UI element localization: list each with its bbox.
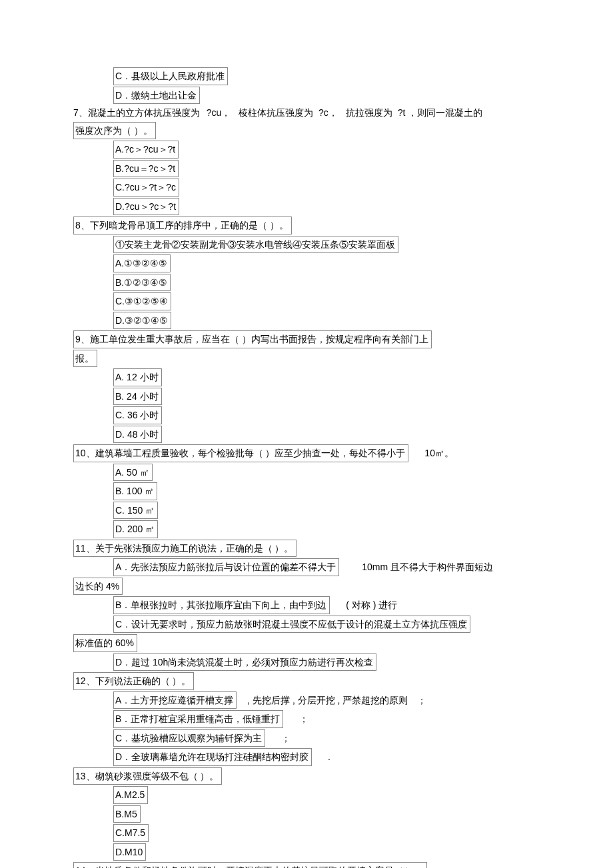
q11-stem: 11、关于先张法预应力施工的说法，正确的是（ ）。 xyxy=(73,539,540,558)
q7-stem-line2: 强度次序为（ ）。 xyxy=(73,121,540,141)
q9-option-d-box: D. 48 小时 xyxy=(113,426,162,444)
q11-option-a-line2: 边长的 4% xyxy=(73,577,540,596)
q7-option-c-box: C.?cu＞?t＞?c xyxy=(113,179,179,197)
q13-stem: 13、砌筑砂浆强度等级不包（ ）。 xyxy=(73,767,540,786)
q9-stem-a: 9、施工单位发生重大事故后，应当在（ ）内写出书面报告，按规定程序向有关部门上 xyxy=(73,330,540,349)
q12-option-a: A．土方开挖应遵循开槽支撑 , 先挖后撑 , 分层开挖 , 严禁超挖的原则 ； xyxy=(113,691,540,710)
q12-stem-box: 12、下列说法正确的（ ）。 xyxy=(73,672,194,690)
q13-option-a-box: A.M2.5 xyxy=(113,786,148,804)
q8-sub-box: ①安装主龙骨②安装副龙骨③安装水电管线④安装压条⑤安装罩面板 xyxy=(113,236,398,254)
q13-option-b-box: B.M5 xyxy=(113,805,141,823)
q9-stem-b-box: 报。 xyxy=(73,350,97,368)
q11-option-b: B．单根张拉时，其张拉顺序宜由下向上，由中到边 ( 对称 ) 进行 xyxy=(113,596,540,615)
q7-stem-c: 棱柱体抗压强度为 xyxy=(239,107,313,118)
q8-option-b-box: B.①②③④⑤ xyxy=(113,274,171,292)
q8-option-c-box: C.③①②⑤④ xyxy=(113,292,171,310)
q12-option-c-b: ； xyxy=(281,733,291,743)
q8-option-a: A.①③②④⑤ xyxy=(113,254,540,273)
page: C．县级以上人民政府批准 D．缴纳土地出让金 7、混凝土的立方体抗压强度为 ?c… xyxy=(0,0,613,868)
q10-option-d: D. 200 ㎡ xyxy=(113,520,540,539)
q10-stem: 10、建筑幕墙工程质量验收，每个检验批每（ ）应至少抽查一处，每处不得小于 10… xyxy=(73,444,540,463)
q7-option-a: A.?c＞?cu＞?t xyxy=(113,140,540,159)
q8-sub: ①安装主龙骨②安装副龙骨③安装水电管线④安装压条⑤安装罩面板 xyxy=(113,235,540,254)
q10-option-a-box: A. 50 ㎡ xyxy=(113,464,153,482)
q6-option-c-box: C．县级以上人民政府批准 xyxy=(113,67,228,85)
q11-option-a-c-box: 边长的 4% xyxy=(73,578,123,596)
q12-option-a-a-box: A．土方开挖应遵循开槽支撑 xyxy=(113,691,237,709)
q6-option-d: D．缴纳土地出让金 xyxy=(113,86,540,105)
q7-option-d-box: D.?cu＞?c＞?t xyxy=(113,198,179,216)
q11-option-c-line2: 标准值的 60% xyxy=(73,634,540,653)
q11-option-a-b: 10mm 且不得大于构件界面短边 xyxy=(362,562,493,572)
q12-option-c: C．基坑验槽应以观察为辅钎探为主 ； xyxy=(113,729,540,748)
q7-option-b: B.?cu＝?c＞?t xyxy=(113,159,540,179)
q9-option-d: D. 48 小时 xyxy=(113,425,540,444)
q11-option-d-box: D．超过 10h尚未浇筑混凝土时，必须对预应力筋进行再次检查 xyxy=(113,653,376,671)
q10-stem-a-box: 10、建筑幕墙工程质量验收，每个检验批每（ ）应至少抽查一处，每处不得小于 xyxy=(73,444,408,462)
q12-option-b-a-box: B．正常打桩宜采用重锤高击，低锤重打 xyxy=(113,710,283,728)
q7-stem-g-box: 强度次序为（ ）。 xyxy=(73,122,156,140)
q7-stem-f: ?t ，则同一混凝土的 xyxy=(398,107,483,118)
q14-stem: 14、当地质条件和场地条件许可时，开挖深度不大的基坑最可取的开挖方案是（ ）。 xyxy=(73,861,540,868)
q14-stem-box: 14、当地质条件和场地条件许可时，开挖深度不大的基坑最可取的开挖方案是（ ）。 xyxy=(73,862,427,868)
q7-stem-d: ?c， xyxy=(318,107,338,118)
q8-stem: 8、下列暗龙骨吊顶工序的排序中，正确的是（ ）。 xyxy=(73,216,540,235)
q8-option-a-box: A.①③②④⑤ xyxy=(113,254,171,272)
q10-option-a: A. 50 ㎡ xyxy=(113,463,540,482)
q6-option-d-box: D．缴纳土地出让金 xyxy=(113,87,200,105)
q7-option-a-box: A.?c＞?cu＞?t xyxy=(113,141,179,159)
q12-option-a-c: ； xyxy=(417,695,426,705)
q12-option-b: B．正常打桩宜采用重锤高击，低锤重打 ； xyxy=(113,709,540,729)
q8-stem-box: 8、下列暗龙骨吊顶工序的排序中，正确的是（ ）。 xyxy=(73,217,292,234)
q11-option-c-box: C．设计无要求时，预应力筋放张时混凝土强度不应低于设计的混凝土立方体抗压强度 xyxy=(113,616,470,634)
q10-option-b-box: B. 100 ㎡ xyxy=(113,482,157,500)
q8-option-b: B.①②③④⑤ xyxy=(113,273,540,292)
q11-option-a-line1: A．先张法预应力筋张拉后与设计位置的偏差不得大于 10mm 且不得大于构件界面短… xyxy=(113,558,540,577)
q9-option-b: B. 24 小时 xyxy=(113,387,540,406)
q11-option-d: D．超过 10h尚未浇筑混凝土时，必须对预应力筋进行再次检查 xyxy=(113,653,540,672)
q10-option-c-box: C. 150 ㎡ xyxy=(113,502,158,520)
q10-option-c: C. 150 ㎡ xyxy=(113,501,540,520)
q11-option-c-b-box: 标准值的 60% xyxy=(73,634,137,652)
q11-option-b-a-box: B．单根张拉时，其张拉顺序宜由下向上，由中到边 xyxy=(113,596,330,614)
q9-option-c: C. 36 小时 xyxy=(113,406,540,425)
q7-stem-e: 抗拉强度为 xyxy=(346,107,392,118)
q12-option-c-a-box: C．基坑验槽应以观察为辅钎探为主 xyxy=(113,729,265,747)
q13-option-c: C.M7.5 xyxy=(113,823,540,843)
q13-stem-box: 13、砌筑砂浆强度等级不包（ ）。 xyxy=(73,767,222,785)
q12-option-b-b: ； xyxy=(299,713,308,724)
q13-option-c-box: C.M7.5 xyxy=(113,824,149,842)
q11-option-a-a-box: A．先张法预应力筋张拉后与设计位置的偏差不得大于 xyxy=(113,558,339,576)
q7-stem-b: ?cu， xyxy=(207,107,231,118)
q7-stem-line1: 7、混凝土的立方体抗压强度为 ?cu， 棱柱体抗压强度为 ?c， 抗拉强度为 ?… xyxy=(73,105,540,121)
q7-option-c: C.?cu＞?t＞?c xyxy=(113,178,540,197)
q10-stem-b: 10㎡。 xyxy=(424,448,454,458)
q12-option-a-b: , 先挖后撑 , 分层开挖 , 严禁超挖的原则 xyxy=(247,695,408,705)
q8-option-d-box: D.③②①④⑤ xyxy=(113,312,171,330)
q12-option-d-a-box: D．全玻璃幕墙允许在现场打注硅酮结构密封胶 xyxy=(113,748,312,766)
q13-option-b: B.M5 xyxy=(113,805,540,824)
q11-option-c-line1: C．设计无要求时，预应力筋放张时混凝土强度不应低于设计的混凝土立方体抗压强度 xyxy=(113,615,540,634)
q9-option-a: A. 12 小时 xyxy=(113,368,540,387)
q11-option-b-b: ( 对称 ) 进行 xyxy=(346,600,397,610)
q9-option-b-box: B. 24 小时 xyxy=(113,388,162,406)
q9-stem-b: 报。 xyxy=(73,349,540,368)
q9-stem-a-box: 9、施工单位发生重大事故后，应当在（ ）内写出书面报告，按规定程序向有关部门上 xyxy=(73,330,432,348)
q9-option-c-box: C. 36 小时 xyxy=(113,406,162,424)
q13-option-d: D.M10 xyxy=(113,843,540,862)
q13-option-a: A.M2.5 xyxy=(113,785,540,805)
q13-option-d-box: D.M10 xyxy=(113,843,146,861)
q12-option-d: D．全玻璃幕墙允许在现场打注硅酮结构密封胶 . xyxy=(113,747,540,767)
q8-option-d: D.③②①④⑤ xyxy=(113,311,540,330)
q11-stem-box: 11、关于先张法预应力施工的说法，正确的是（ ）。 xyxy=(73,540,297,558)
q7-option-d: D.?cu＞?c＞?t xyxy=(113,197,540,217)
q6-option-c: C．县级以上人民政府批准 xyxy=(113,67,540,86)
q7-stem-a: 7、混凝土的立方体抗压强度为 xyxy=(73,107,200,118)
q12-stem: 12、下列说法正确的（ ）。 xyxy=(73,671,540,691)
q10-option-b: B. 100 ㎡ xyxy=(113,482,540,501)
q7-option-b-box: B.?cu＝?c＞?t xyxy=(113,160,179,178)
q12-option-d-b: . xyxy=(328,751,330,762)
q9-option-a-box: A. 12 小时 xyxy=(113,368,162,386)
q8-option-c: C.③①②⑤④ xyxy=(113,292,540,311)
q10-option-d-box: D. 200 ㎡ xyxy=(113,520,158,538)
